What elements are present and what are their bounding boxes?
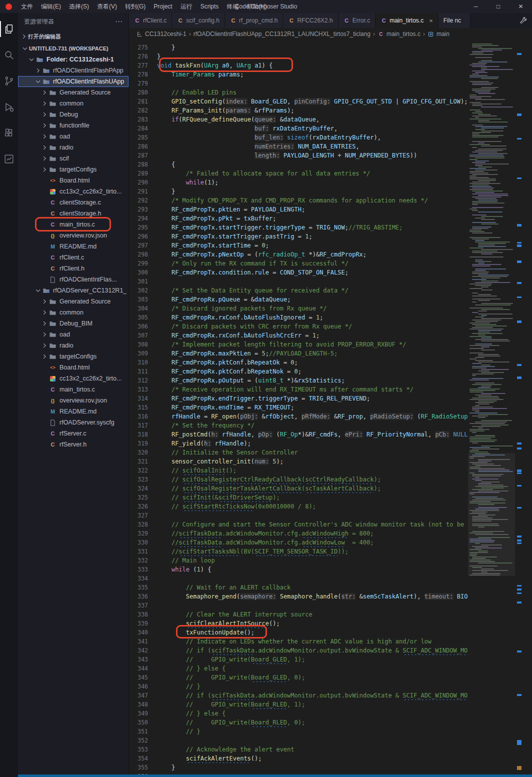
chevron-right-icon[interactable] bbox=[40, 132, 48, 140]
chevron-down-icon[interactable] bbox=[34, 286, 42, 294]
tree-item-common[interactable]: common bbox=[18, 307, 128, 318]
chevron-right-icon[interactable] bbox=[40, 166, 48, 174]
minimap-line bbox=[475, 260, 483, 260]
chevron-right-icon[interactable] bbox=[40, 308, 48, 316]
chevron-down-icon[interactable] bbox=[34, 78, 42, 86]
tree-item-rfoadclientintflas[interactable]: rfOADClientIntFlas... bbox=[18, 274, 128, 285]
tab-rfcc26x2-h[interactable]: CRFCC26X2.h bbox=[283, 13, 338, 28]
activity-search[interactable] bbox=[0, 43, 18, 67]
tree-item-main-tirtos-c[interactable]: Cmain_tirtos.c bbox=[18, 384, 128, 395]
chevron-right-icon[interactable] bbox=[40, 100, 48, 108]
chevron-down-icon[interactable] bbox=[28, 56, 36, 64]
chevron-right-icon[interactable] bbox=[40, 122, 48, 130]
activity-explorer[interactable] bbox=[0, 17, 18, 41]
maximize-button[interactable]: □ bbox=[487, 0, 510, 13]
chevron-right-icon[interactable] bbox=[40, 342, 48, 350]
folder-icon bbox=[48, 100, 57, 108]
tree-item-oad[interactable]: oad bbox=[18, 131, 128, 142]
tree-item-rfclient-h[interactable]: CrfClient.h bbox=[18, 263, 128, 274]
breadcrumb-item[interactable]: CC1312ceshi-1 bbox=[136, 30, 186, 38]
chevron-right-icon[interactable] bbox=[40, 110, 48, 118]
chevron-right-icon[interactable] bbox=[20, 32, 28, 40]
minimize-button[interactable]: ─ bbox=[464, 0, 487, 13]
menu-item[interactable]: Project bbox=[150, 0, 176, 13]
tree-item-rfoadclientintflashpapp[interactable]: rfOADClientIntFlashPApp bbox=[18, 65, 128, 76]
menu-item[interactable]: Scripts bbox=[196, 0, 223, 13]
tree-item-rfclient-c[interactable]: CrfClient.c bbox=[18, 252, 128, 263]
tree-item-overview-rov-json[interactable]: {}overview.rov.json bbox=[18, 230, 128, 241]
chevron-right-icon[interactable] bbox=[40, 144, 48, 152]
minimap-viewport[interactable] bbox=[468, 453, 515, 576]
chevron-right-icon[interactable] bbox=[40, 88, 48, 96]
chevron-right-icon[interactable] bbox=[34, 66, 42, 74]
tree-item-targetconfigs[interactable]: targetConfigs bbox=[18, 351, 128, 362]
tree-item-radio[interactable]: radio bbox=[18, 142, 128, 153]
menu-item[interactable]: 转到(G) bbox=[121, 0, 150, 13]
tree-item-rfserver-c[interactable]: CrfServer.c bbox=[18, 428, 128, 439]
chevron-right-icon[interactable] bbox=[40, 154, 48, 162]
tree-item-overview-rov-json[interactable]: {}overview.rov.json bbox=[18, 395, 128, 406]
tree-item-clientstorage-c[interactable]: CclientStorage.c bbox=[18, 197, 128, 208]
tab-error-c[interactable]: CError.c bbox=[338, 13, 376, 28]
tree-item-debug-bim[interactable]: Debug_BIM bbox=[18, 318, 128, 329]
tree-item-folder-cc1312ceshi-1[interactable]: Folder: CC1312ceshi-1 bbox=[18, 54, 128, 65]
activity-source-control[interactable] bbox=[0, 69, 18, 93]
breadcrumb-item[interactable]: rfOADClientIntFlashUApp_CC1312R1_LAUNCHX… bbox=[194, 30, 370, 38]
tree-item-rfoadserver-syscfg[interactable]: rfOADServer.syscfg bbox=[18, 417, 128, 428]
tree-item-targetconfigs[interactable]: targetConfigs bbox=[18, 164, 128, 175]
tree-item-rfoadclientintflashuapp[interactable]: rfOADClientIntFlashUApp bbox=[18, 76, 128, 87]
open-editors-section[interactable]: 打开的编辑器 bbox=[18, 30, 128, 43]
minimap[interactable] bbox=[468, 40, 515, 777]
minimap-line bbox=[472, 84, 492, 85]
tree-item-functionfile[interactable]: functionfile bbox=[18, 120, 128, 131]
chevron-down-icon[interactable] bbox=[21, 44, 29, 52]
tree-item-rfserver-h[interactable]: CrfServer.h bbox=[18, 439, 128, 450]
chevron-right-icon[interactable] bbox=[40, 320, 48, 328]
tree-item-oad[interactable]: oad bbox=[18, 329, 128, 340]
tree-item-generated-source[interactable]: Generated Source bbox=[18, 87, 128, 98]
menu-item[interactable]: 编辑(E) bbox=[37, 0, 65, 13]
tree-item-common[interactable]: common bbox=[18, 98, 128, 109]
code-content[interactable]: 275 }276}277void taskFxn(UArg a0, UArg a… bbox=[129, 40, 468, 777]
tree-item-cc13x2-cc26x2-tirto[interactable]: cc13x2_cc26x2_tirto... bbox=[18, 373, 128, 384]
tab-rf-prop-cmd-h[interactable]: Crf_prop_cmd.h bbox=[225, 13, 283, 28]
menu-item[interactable]: 选择(S) bbox=[65, 0, 93, 13]
menu-item[interactable]: 查看(V) bbox=[93, 0, 121, 13]
tab-main-tirtos-c[interactable]: Cmain_tirtos.c× bbox=[376, 13, 438, 28]
code-line: 322 // scifOsalInit(); bbox=[129, 466, 468, 475]
tab-file-nc[interactable]: File nc bbox=[438, 13, 470, 28]
activity-analysis[interactable] bbox=[0, 147, 18, 171]
tree-item-scif[interactable]: scif bbox=[18, 153, 128, 164]
file-icon: C bbox=[288, 16, 294, 24]
tree-item-readme-md[interactable]: MREADME.md bbox=[18, 406, 128, 417]
menu-item[interactable]: 文件 bbox=[17, 0, 37, 13]
tree-item-readme-md[interactable]: MREADME.md bbox=[18, 241, 128, 252]
tree-item-main-tirtos-c[interactable]: Cmain_tirtos.c bbox=[18, 219, 128, 230]
tree-item-board-html[interactable]: <>Board.html bbox=[18, 362, 128, 373]
chevron-right-icon[interactable] bbox=[40, 330, 48, 338]
more-actions-icon[interactable]: ⋯ bbox=[115, 17, 122, 26]
tree-item-cc13x2-cc26x2-tirto[interactable]: cc13x2_cc26x2_tirto... bbox=[18, 186, 128, 197]
close-button[interactable]: ✕ bbox=[510, 0, 532, 13]
minimap-line bbox=[472, 162, 486, 163]
tree-item-board-html[interactable]: <>Board.html bbox=[18, 175, 128, 186]
tree-item-rfoadserver-cc1312r1[interactable]: rfOADServer_CC1312R1_ bbox=[18, 285, 128, 296]
close-icon[interactable]: × bbox=[429, 17, 433, 24]
minimap-line bbox=[470, 452, 488, 452]
breadcrumb-item[interactable]: main bbox=[428, 30, 450, 38]
tab-scif-config-h[interactable]: Cscif_config.h bbox=[172, 13, 225, 28]
tree-item-clientstorage-h[interactable]: CclientStorage.h bbox=[18, 208, 128, 219]
breadcrumb-item[interactable]: Cmain_tirtos.c bbox=[378, 30, 420, 38]
chevron-right-icon[interactable] bbox=[40, 352, 48, 360]
tools-icon[interactable] bbox=[519, 16, 528, 25]
tree-item-radio[interactable]: radio bbox=[18, 340, 128, 351]
file-icon bbox=[48, 418, 57, 426]
tree-item-debug[interactable]: Debug bbox=[18, 109, 128, 120]
tab-rfclient-c[interactable]: CrfClient.c bbox=[129, 13, 172, 28]
tree-item-generated-source[interactable]: Generated Source bbox=[18, 296, 128, 307]
chevron-right-icon[interactable] bbox=[40, 298, 48, 306]
menu-item[interactable]: 运行 bbox=[176, 0, 196, 13]
activity-run-debug[interactable] bbox=[0, 95, 18, 119]
activity-extensions[interactable] bbox=[0, 121, 18, 145]
tree-item-untitled-731-workspace[interactable]: UNTITLED-731 (WORKSPACE) bbox=[18, 43, 128, 54]
